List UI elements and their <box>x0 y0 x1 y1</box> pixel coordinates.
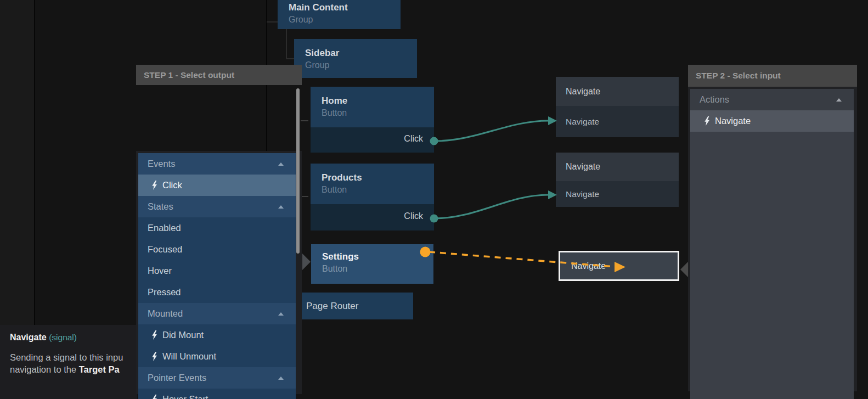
node-settings-selected[interactable]: Settings Button <box>311 244 433 284</box>
collapse-caret-icon[interactable] <box>278 312 284 316</box>
step1-anchor-arrow-icon <box>302 254 311 270</box>
wire-products-click-to-navigate <box>434 195 548 218</box>
output-port-label-click[interactable]: Click <box>404 211 423 221</box>
tooltip-bold-text: Target Pa <box>79 364 120 374</box>
node-title: Settings <box>322 250 433 263</box>
canvas-divider-line <box>34 0 35 325</box>
output-port-strip: Click <box>311 204 434 231</box>
step1-panel-header: STEP 1 - Select output <box>136 65 302 85</box>
list-filler <box>690 132 854 399</box>
node-subtitle: Group <box>289 14 401 25</box>
signal-bolt-icon <box>151 181 157 190</box>
option-hover-start[interactable]: Hover Start <box>138 389 296 399</box>
tree-stub-sidebar <box>286 58 294 59</box>
step2-anchor-arrow-icon <box>680 262 688 277</box>
tooltip-line-1: Sending a signal to this inpu <box>10 351 137 363</box>
node-sidebar[interactable]: Sidebar Group <box>294 39 417 78</box>
input-port-label-navigate[interactable]: Navigate <box>556 181 679 207</box>
tree-stub-home <box>301 120 308 121</box>
output-port-strip: Click <box>311 127 434 153</box>
section-actions[interactable]: Actions <box>690 89 854 110</box>
wire-home-click-to-navigate <box>434 121 548 141</box>
signal-bolt-icon <box>151 352 157 361</box>
tree-stub-main-content <box>267 21 278 23</box>
tooltip-signal-type: (signal) <box>49 333 77 342</box>
step1-select-output-panel: STEP 1 - Select output Events Click Stat… <box>136 65 302 394</box>
node-navigate-2[interactable]: Navigate Navigate <box>556 153 679 207</box>
node-navigate-1[interactable]: Navigate Navigate <box>556 77 679 137</box>
node-title: Navigate <box>571 261 606 271</box>
node-subtitle: Button <box>322 263 433 274</box>
port-tooltip: Navigate (signal) Sending a signal to th… <box>0 325 137 399</box>
section-pointer-events[interactable]: Pointer Events <box>138 367 296 389</box>
collapse-caret-icon[interactable] <box>278 376 284 380</box>
input-port-label-navigate[interactable]: Navigate <box>556 106 679 137</box>
tooltip-title: Navigate <box>10 333 47 342</box>
tree-line-sidebar <box>286 29 287 59</box>
step1-panel-frame: Events Click States Enabled Focused Hove… <box>136 151 302 394</box>
node-main-content[interactable]: Main Content Group <box>278 0 401 29</box>
collapse-caret-icon[interactable] <box>278 205 284 209</box>
node-title: Main Content <box>289 1 401 14</box>
section-mounted[interactable]: Mounted <box>138 303 296 324</box>
signal-bolt-icon <box>704 116 710 126</box>
step2-panel-frame: Actions Navigate <box>688 87 857 391</box>
tree-stub-products <box>301 196 308 197</box>
output-port-label-click[interactable]: Click <box>404 134 423 144</box>
option-focused[interactable]: Focused <box>138 239 296 260</box>
signal-bolt-icon <box>151 330 157 340</box>
option-click-selected[interactable]: Click <box>138 175 296 196</box>
option-enabled[interactable]: Enabled <box>138 217 296 239</box>
node-title: Products <box>322 171 434 184</box>
option-hover[interactable]: Hover <box>138 260 296 282</box>
option-pressed[interactable]: Pressed <box>138 282 296 303</box>
node-title: Navigate <box>556 77 679 106</box>
node-home[interactable]: Home Button Click <box>311 87 434 153</box>
node-title: Home <box>322 94 434 107</box>
node-title: Sidebar <box>305 47 417 59</box>
option-navigate-selected[interactable]: Navigate <box>690 110 854 132</box>
option-did-mount[interactable]: Did Mount <box>138 324 296 346</box>
node-products[interactable]: Products Button Click <box>311 164 434 231</box>
collapse-caret-icon[interactable] <box>836 98 842 102</box>
signal-bolt-icon <box>151 395 157 399</box>
node-title: Navigate <box>556 153 679 181</box>
node-graph-canvas[interactable]: Main Content Group Sidebar Group Home Bu… <box>0 0 868 399</box>
section-states[interactable]: States <box>138 196 296 217</box>
node-subtitle: Button <box>322 184 434 195</box>
node-title: Page Router <box>306 301 358 312</box>
step2-select-input-panel: STEP 2 - Select input Actions Navigate <box>688 65 857 391</box>
collapse-caret-icon[interactable] <box>278 162 284 166</box>
node-navigate-3-highlighted[interactable]: Navigate <box>559 251 679 281</box>
step1-scrollbar-thumb[interactable] <box>296 88 300 254</box>
node-subtitle: Button <box>322 107 434 119</box>
node-page-router[interactable]: Page Router <box>296 293 413 319</box>
option-will-unmount[interactable]: Will Unmount <box>138 346 296 367</box>
node-subtitle: Group <box>305 59 417 71</box>
step2-panel-header: STEP 2 - Select input <box>688 65 857 87</box>
tooltip-line-2: navigation to the Target Pa <box>10 363 137 375</box>
section-events[interactable]: Events <box>138 153 296 175</box>
